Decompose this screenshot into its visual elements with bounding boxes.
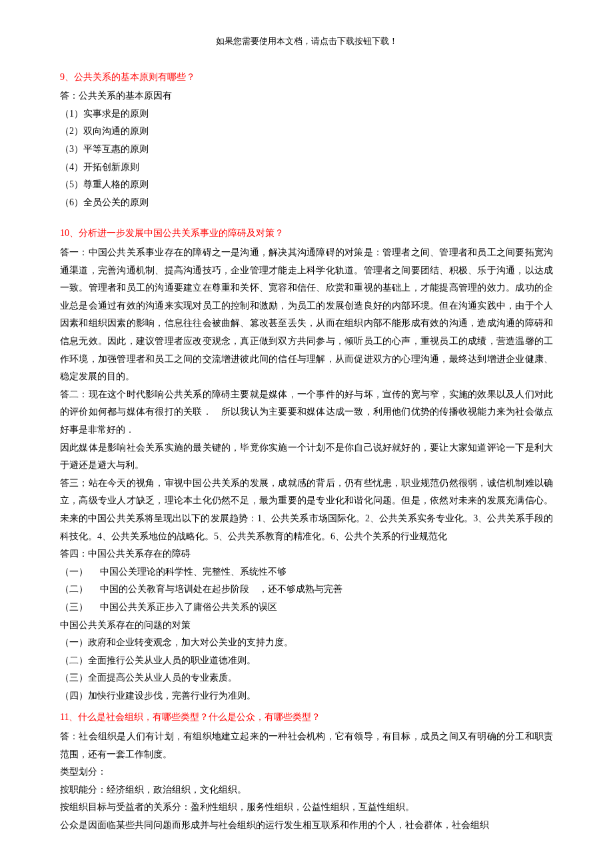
q9-item: （1）实事求是的原则 <box>60 105 553 123</box>
question-11-title: 11、什么是社会组织，有哪些类型？什么是公众，有哪些类型？ <box>60 709 553 727</box>
document-page: 如果您需要使用本文档，请点击下载按钮下载！ 9、公共关系的基本原则有哪些？ 答：… <box>0 0 613 868</box>
q10-a4-counter-item: （二）全面推行公关从业人员的职业道德准则。 <box>60 652 553 670</box>
q11-p2: 类型划分： <box>60 763 553 781</box>
q10-a4-item: （一） 中国公关理论的科学性、完整性、系统性不够 <box>60 563 553 581</box>
q9-item: （4）开拓创新原则 <box>60 159 553 177</box>
question-9-title: 9、公共关系的基本原则有哪些？ <box>60 69 553 87</box>
q10-answer-3: 答三；站在今天的视角，审视中国公共关系的发展，成就感的背后，仍有些忧患，职业规范… <box>60 475 553 545</box>
q10-answer-2-p1: 答二：现在这个时代影响公共关系的障碍主要就是媒体，一个事件的好与坏，宣传的宽与窄… <box>60 386 553 439</box>
q9-item: （3）平等互惠的原则 <box>60 141 553 159</box>
q11-p5: 公众是因面临某些共同问题而形成并与社会组织的运行发生相互联系和作用的个人，社会群… <box>60 817 553 835</box>
question-10-title: 10、分析进一步发展中国公共关系事业的障碍及对策？ <box>60 225 553 243</box>
spacer <box>60 211 553 221</box>
q9-item: （2）双向沟通的原则 <box>60 123 553 141</box>
q10-a4-counter-item: （四）加快行业建设步伐，完善行业行为准则。 <box>60 687 553 705</box>
q9-item: （5）尊重人格的原则 <box>60 176 553 194</box>
header-note: 如果您需要使用本文档，请点击下载按钮下载！ <box>60 33 553 50</box>
q11-p3: 按职能分：经济组织，政治组织，文化组织。 <box>60 781 553 799</box>
q10-a4-counter-intro: 中国公共关系存在的问题的对策 <box>60 617 553 635</box>
q10-a4-counter-item: （一）政府和企业转变观念，加大对公关业的支持力度。 <box>60 634 553 652</box>
q10-answer-2-p2: 因此媒体是影响社会关系实施的最关键的，毕竟你实施一个计划不是你自己说好就好的，要… <box>60 439 553 475</box>
q10-a4-counter-item: （三）全面提高公关从业人员的专业素质。 <box>60 669 553 687</box>
q10-answer-1: 答一：中国公共关系事业存在的障碍之一是沟通，解决其沟通障碍的对策是：管理者之间、… <box>60 244 553 386</box>
q11-p1: 答：社会组织是人们有计划，有组织地建立起来的一种社会机构，它有领导，有目标，成员… <box>60 728 553 763</box>
q11-p4: 按组织目标与受益者的关系分：盈利性组织，服务性组织，公益性组织，互益性组织。 <box>60 799 553 817</box>
q10-a4-item: （二） 中国的公关教育与培训处在起步阶段 ，还不够成熟与完善 <box>60 581 553 599</box>
q10-answer-4-intro: 答四：中国公共关系存在的障碍 <box>60 545 553 563</box>
q10-a4-item: （三） 中国公共关系正步入了庸俗公共关系的误区 <box>60 599 553 617</box>
q9-intro: 答：公共关系的基本原因有 <box>60 87 553 105</box>
q9-item: （6）全员公关的原则 <box>60 194 553 212</box>
